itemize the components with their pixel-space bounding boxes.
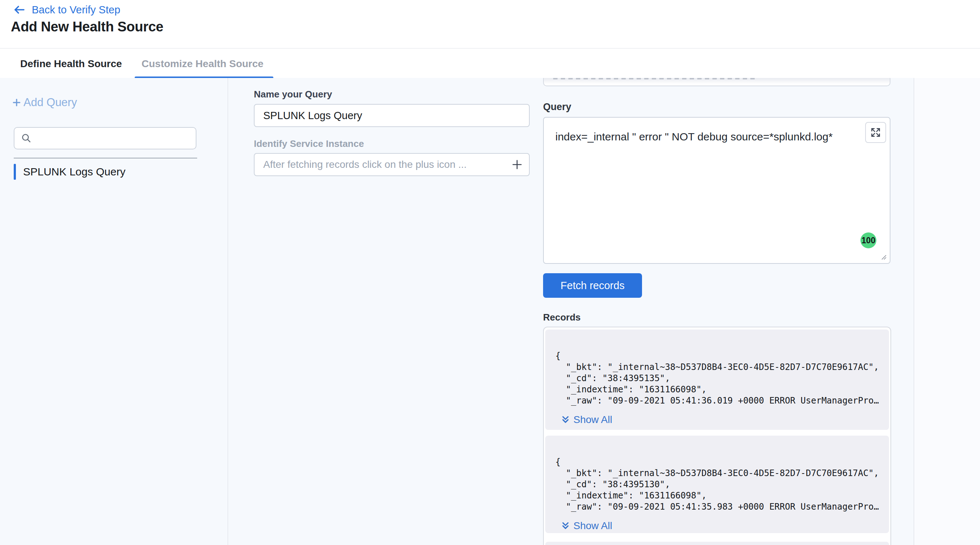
search-icon	[21, 133, 32, 144]
tab-define-health-source[interactable]: Define Health Source	[20, 49, 122, 79]
query-textarea[interactable]: index=_internal " error " NOT debug sour…	[543, 117, 891, 264]
record-json: { "_bkt": "_internal~38~D537D8B4-3EC0-4D…	[555, 456, 879, 513]
service-instance-input[interactable]	[254, 153, 530, 176]
record-card: { "_bkt": "_internal~38~D537D8B4-3EC0-4D…	[545, 329, 889, 430]
right-panel	[914, 78, 980, 545]
sidebar-divider	[228, 78, 228, 545]
tab-customize-health-source[interactable]: Customize Health Source	[142, 49, 264, 79]
record-json: { "_bkt": "_internal~38~D537D8B4-3EC0-4D…	[555, 350, 879, 407]
back-to-verify-step-link[interactable]: Back to Verify Step	[13, 3, 120, 16]
record-card: { "_bkt": "_internal~38~D537D8B4-3EC0-4D…	[545, 435, 889, 533]
page-title: Add New Health Source	[11, 19, 163, 35]
content-area: Add Query SPLUNK Logs Query Name your Qu…	[0, 78, 980, 545]
add-query-label: Add Query	[24, 96, 77, 109]
query-name-input[interactable]	[254, 104, 530, 127]
service-instance-field	[254, 153, 530, 176]
identify-service-instance-label: Identify Service Instance	[254, 138, 364, 149]
selected-query-accent-bar	[14, 164, 16, 180]
clipped-text-remnant	[553, 78, 756, 79]
name-your-query-label: Name your Query	[254, 89, 332, 100]
record-card	[545, 542, 889, 545]
show-all-button[interactable]: Show All	[560, 414, 612, 426]
tab-bar: Define Health Source Customize Health So…	[0, 48, 980, 78]
show-all-label: Show All	[573, 414, 612, 426]
record-count-badge: 100	[861, 232, 877, 248]
search-input[interactable]	[14, 127, 196, 149]
resize-grip[interactable]	[879, 253, 889, 262]
expand-query-button[interactable]	[865, 122, 886, 143]
expand-icon	[870, 127, 881, 138]
query-label: Query	[543, 102, 571, 113]
app-root: Back to Verify Step Add New Health Sourc…	[0, 0, 980, 545]
arrow-left-icon	[13, 3, 26, 16]
query-list-item[interactable]: SPLUNK Logs Query	[14, 164, 125, 180]
plus-icon	[11, 97, 22, 108]
partially-visible-input[interactable]	[543, 78, 891, 86]
query-item-label: SPLUNK Logs Query	[23, 166, 125, 178]
chevron-double-down-icon	[560, 415, 571, 425]
sidebar-section-divider	[14, 158, 197, 159]
add-query-button[interactable]: Add Query	[11, 96, 77, 109]
query-search	[14, 127, 196, 149]
records-label: Records	[543, 312, 581, 323]
plus-icon[interactable]	[511, 159, 523, 171]
fetch-records-button[interactable]: Fetch records	[543, 273, 642, 298]
records-container: { "_bkt": "_internal~38~D537D8B4-3EC0-4D…	[543, 327, 891, 545]
show-all-button[interactable]: Show All	[560, 520, 612, 532]
back-link-label: Back to Verify Step	[32, 4, 120, 16]
chevron-double-down-icon	[560, 521, 571, 531]
show-all-label: Show All	[573, 520, 612, 532]
query-text: index=_internal " error " NOT debug sour…	[555, 131, 833, 143]
